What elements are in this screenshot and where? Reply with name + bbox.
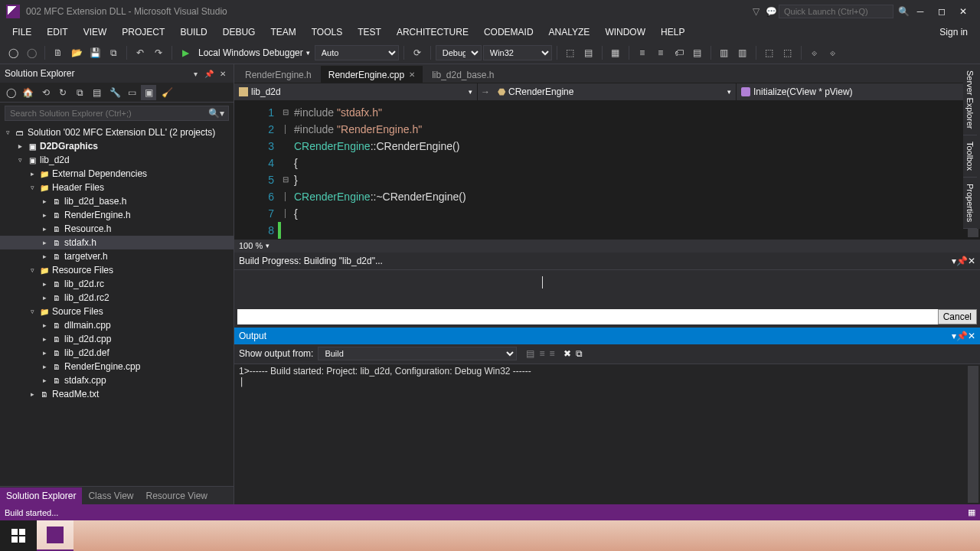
tree-folder[interactable]: ▿📁Source Files bbox=[0, 305, 234, 318]
forward-icon[interactable]: ◯ bbox=[23, 44, 40, 61]
se-refresh-icon[interactable]: ↻ bbox=[55, 85, 70, 100]
output-text[interactable]: 1>------ Build started: Project: lib_d2d… bbox=[234, 364, 980, 505]
search-icon[interactable]: 🔍 bbox=[898, 6, 910, 17]
se-cleanup-icon[interactable]: 🧹 bbox=[159, 85, 175, 100]
zoom-selector[interactable]: 100 % ▾ bbox=[234, 239, 980, 253]
solution-tree[interactable]: ▿🗃Solution '002 MFC Extension DLL' (2 pr… bbox=[0, 124, 234, 486]
se-preview-icon[interactable]: ▭ bbox=[124, 85, 139, 100]
quick-launch-input[interactable] bbox=[779, 5, 893, 18]
close-tab-icon[interactable]: ✕ bbox=[409, 70, 415, 79]
build-close-icon[interactable]: ✕ bbox=[968, 256, 975, 266]
output-tool-1[interactable]: ▤ bbox=[526, 348, 534, 359]
bookmark-icon[interactable]: 🏷 bbox=[671, 44, 688, 61]
minimize-button[interactable]: ─ bbox=[910, 4, 931, 19]
se-sync-icon[interactable]: ⟲ bbox=[38, 85, 54, 100]
sidebar-tab[interactable]: Class View bbox=[82, 487, 139, 504]
tool-window-tab[interactable]: Server Explorer bbox=[963, 64, 977, 135]
menu-project[interactable]: PROJECT bbox=[116, 24, 171, 40]
menu-analyze[interactable]: ANALYZE bbox=[543, 24, 596, 40]
save-icon[interactable]: 💾 bbox=[87, 44, 103, 61]
tool-window-tab[interactable]: Properties bbox=[963, 178, 977, 229]
back-icon[interactable]: ◯ bbox=[5, 44, 21, 61]
menu-team[interactable]: TEAM bbox=[264, 24, 302, 40]
menu-file[interactable]: FILE bbox=[6, 24, 38, 40]
output-source-select[interactable]: Build bbox=[318, 347, 517, 360]
tool-icon-3[interactable]: ▦ bbox=[607, 44, 624, 61]
menu-help[interactable]: HELP bbox=[655, 24, 691, 40]
maximize-button[interactable]: ◻ bbox=[931, 4, 952, 19]
menu-edit[interactable]: EDIT bbox=[41, 24, 74, 40]
tree-file[interactable]: ▸🗎lib_d2d.def bbox=[0, 346, 234, 360]
output-wrap-icon[interactable]: ⧉ bbox=[576, 348, 583, 359]
pin-icon[interactable]: 📌 bbox=[203, 67, 215, 80]
tool-window-tab[interactable]: Toolbox bbox=[963, 135, 977, 178]
search-icon[interactable]: 🔍▾ bbox=[208, 108, 224, 119]
file-tab[interactable]: RenderEngine.cpp✕ bbox=[321, 66, 423, 83]
se-home-icon[interactable]: 🏠 bbox=[20, 85, 35, 100]
file-tab[interactable]: lib_d2d_base.h bbox=[424, 66, 501, 83]
tree-file[interactable]: ▸🗎Resource.h bbox=[0, 222, 234, 236]
output-pin-icon[interactable]: 📌 bbox=[956, 331, 968, 341]
panel-close-icon[interactable]: ✕ bbox=[217, 67, 229, 80]
se-collapse-icon[interactable]: ⧉ bbox=[72, 85, 87, 100]
sidebar-tab[interactable]: Resource View bbox=[140, 487, 214, 504]
solution-config-select[interactable]: Auto bbox=[315, 45, 399, 60]
tree-file[interactable]: ▸🗎lib_d2d_base.h bbox=[0, 194, 234, 208]
tree-file[interactable]: ▸🗎ReadMe.txt bbox=[0, 387, 234, 401]
tree-folder[interactable]: ▿📁Header Files bbox=[0, 181, 234, 194]
undo-icon[interactable]: ↶ bbox=[132, 44, 149, 61]
tool-icon-7[interactable]: ⬚ bbox=[779, 44, 796, 61]
config-select[interactable]: Debug bbox=[436, 45, 482, 60]
tree-folder[interactable]: ▿▣lib_d2d bbox=[0, 153, 234, 167]
menu-view[interactable]: VIEW bbox=[77, 24, 113, 40]
output-clear-icon[interactable]: ✖ bbox=[564, 348, 571, 359]
tree-folder[interactable]: ▸📁External Dependencies bbox=[0, 167, 234, 181]
se-properties-icon[interactable]: 🔧 bbox=[107, 85, 122, 100]
menu-build[interactable]: BUILD bbox=[174, 24, 213, 40]
file-tab[interactable]: RenderEngine.h bbox=[237, 66, 319, 83]
taskbar-vs-icon[interactable] bbox=[37, 520, 74, 551]
indent-left-icon[interactable]: ≡ bbox=[634, 44, 651, 61]
new-project-icon[interactable]: 🗎 bbox=[50, 44, 67, 61]
start-button[interactable] bbox=[0, 520, 37, 551]
tool-icon-4[interactable]: ▥ bbox=[716, 44, 733, 61]
output-scrollbar[interactable] bbox=[968, 366, 978, 504]
output-tool-3[interactable]: ≡ bbox=[549, 348, 554, 359]
comment-icon[interactable]: ▤ bbox=[689, 44, 706, 61]
solution-search-input[interactable] bbox=[5, 106, 229, 121]
tool-icon-5[interactable]: ▥ bbox=[734, 44, 751, 61]
close-button[interactable]: ✕ bbox=[952, 4, 974, 19]
tree-file[interactable]: ▸🗎targetver.h bbox=[0, 249, 234, 263]
code-editor[interactable]: 12345678910 ⊟│⊟││⊟│ #include "stdafx.h"#… bbox=[234, 101, 980, 239]
se-view-icon[interactable]: ▣ bbox=[141, 85, 156, 100]
debugger-target[interactable]: Local Windows Debugger ▾ bbox=[195, 47, 313, 58]
notifications-icon[interactable]: ▽ bbox=[748, 4, 763, 19]
nav-scope[interactable]: lib_d2d▾ bbox=[234, 83, 478, 100]
feedback-icon[interactable]: 💬 bbox=[763, 4, 779, 19]
tree-file[interactable]: ▸🗎stdafx.cpp bbox=[0, 373, 234, 387]
tree-file[interactable]: ▸🗎stdafx.h bbox=[0, 236, 234, 249]
open-icon[interactable]: 📂 bbox=[68, 44, 85, 61]
menu-codemaid[interactable]: CODEMAID bbox=[478, 24, 540, 40]
panel-dropdown-icon[interactable]: ▾ bbox=[189, 67, 201, 80]
indent-right-icon[interactable]: ≡ bbox=[652, 44, 669, 61]
menu-debug[interactable]: DEBUG bbox=[217, 24, 262, 40]
tree-file[interactable]: ▸🗎lib_d2d.rc bbox=[0, 277, 234, 291]
se-back-icon[interactable]: ◯ bbox=[3, 85, 18, 100]
step-icon[interactable]: ⟳ bbox=[409, 44, 426, 61]
tree-file[interactable]: ▸🗎lib_d2d.rc2 bbox=[0, 291, 234, 305]
nav-class[interactable]: ⬣CRenderEngine▾ bbox=[493, 83, 737, 100]
start-debugging-button[interactable]: ▶ bbox=[177, 44, 194, 61]
tool-icon-6[interactable]: ⬚ bbox=[761, 44, 778, 61]
sidebar-tab[interactable]: Solution Explorer bbox=[0, 487, 82, 504]
sign-in-link[interactable]: Sign in bbox=[933, 24, 974, 40]
output-close-icon[interactable]: ✕ bbox=[968, 331, 975, 341]
se-showall-icon[interactable]: ▤ bbox=[89, 85, 104, 100]
menu-tools[interactable]: TOOLS bbox=[305, 24, 348, 40]
tree-folder[interactable]: ▸▣D2DGraphics bbox=[0, 139, 234, 153]
save-all-icon[interactable]: ⧉ bbox=[105, 44, 122, 61]
tree-file[interactable]: ▸🗎lib_d2d.cpp bbox=[0, 332, 234, 346]
redo-icon[interactable]: ↷ bbox=[150, 44, 167, 61]
menu-window[interactable]: WINDOW bbox=[599, 24, 652, 40]
tree-file[interactable]: ▸🗎dllmain.cpp bbox=[0, 318, 234, 332]
